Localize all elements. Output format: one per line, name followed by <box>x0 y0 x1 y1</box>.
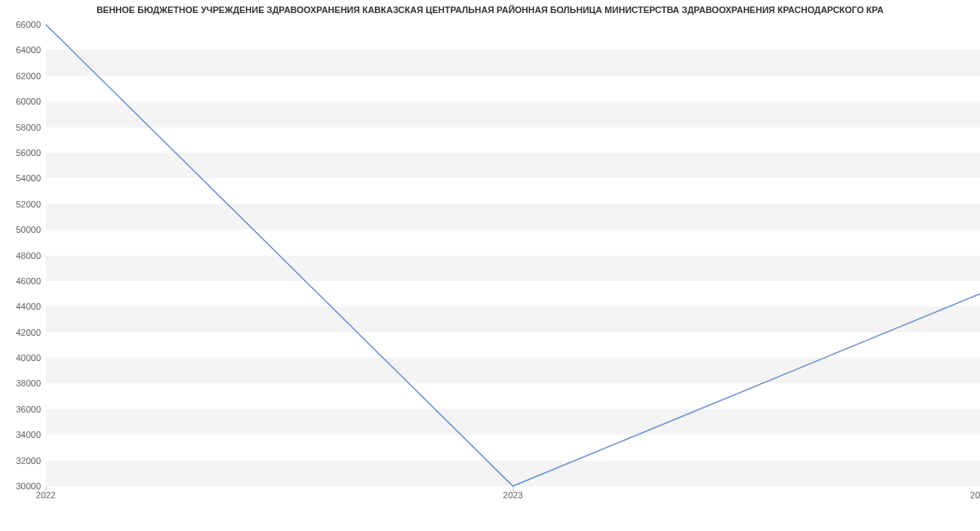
y-tick-label: 54000 <box>5 173 41 183</box>
y-tick-label: 58000 <box>5 123 41 132</box>
y-tick-label: 46000 <box>5 276 41 286</box>
y-tick-label: 40000 <box>5 353 41 363</box>
y-tick-label: 36000 <box>5 404 41 414</box>
y-tick-label: 48000 <box>5 251 41 261</box>
y-tick-label: 60000 <box>5 96 41 106</box>
y-tick-label: 42000 <box>5 328 41 337</box>
y-tick-label: 50000 <box>5 225 41 234</box>
chart-container: ВЕННОЕ БЮДЖЕТНОЕ УЧРЕЖДЕНИЕ ЗДРАВООХРАНЕ… <box>0 0 980 531</box>
chart-title: ВЕННОЕ БЮДЖЕТНОЕ УЧРЕЖДЕНИЕ ЗДРАВООХРАНЕ… <box>0 5 980 15</box>
y-tick-label: 56000 <box>5 148 41 158</box>
series-line <box>46 25 980 486</box>
x-tick-label: 2022 <box>36 490 56 500</box>
y-tick-label: 64000 <box>5 45 41 55</box>
y-tick-label: 44000 <box>5 301 41 311</box>
y-tick-label: 32000 <box>5 456 41 466</box>
y-tick-label: 52000 <box>5 199 41 209</box>
chart-line-series <box>46 25 980 486</box>
x-tick-label: 2023 <box>503 490 523 500</box>
y-tick-label: 66000 <box>5 20 41 29</box>
y-tick-label: 34000 <box>5 430 41 440</box>
x-tick-label: 2024 <box>970 490 980 500</box>
y-tick-label: 38000 <box>5 378 41 388</box>
y-tick-label: 62000 <box>5 71 41 81</box>
